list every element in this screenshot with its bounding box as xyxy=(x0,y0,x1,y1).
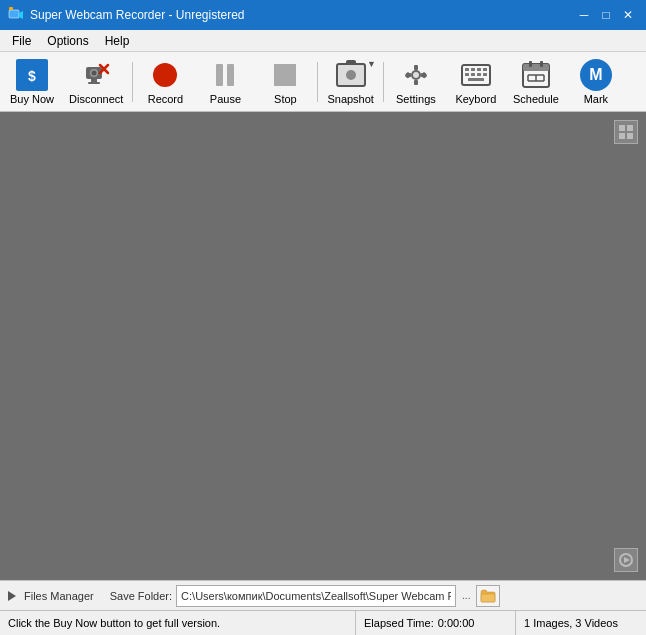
status-stats: 1 Images, 3 Videos xyxy=(524,617,618,629)
record-label: Record xyxy=(148,93,183,105)
snapshot-button[interactable]: Snapshot ▼ xyxy=(320,54,380,110)
schedule-button[interactable]: Schedule xyxy=(506,54,566,110)
toolbar: $ Buy Now Disconnect xyxy=(0,52,646,112)
svg-rect-25 xyxy=(477,68,481,71)
mark-button[interactable]: M Mark xyxy=(566,54,626,110)
pause-label: Pause xyxy=(210,93,241,105)
mark-icon: M xyxy=(580,59,612,91)
open-folder-button[interactable] xyxy=(476,585,500,607)
disconnect-button[interactable]: Disconnect xyxy=(62,54,130,110)
status-elapsed-section: Elapsed Time: 0:00:00 xyxy=(356,611,516,635)
pause-button[interactable]: Pause xyxy=(195,54,255,110)
svg-rect-42 xyxy=(627,125,633,131)
svg-point-13 xyxy=(413,72,419,78)
svg-rect-28 xyxy=(471,73,475,76)
svg-rect-21 xyxy=(405,71,411,77)
mark-label: Mark xyxy=(584,93,608,105)
files-bar: Files Manager Save Folder: ... xyxy=(0,580,646,610)
svg-rect-44 xyxy=(627,133,633,139)
separator-2 xyxy=(317,62,318,102)
title-bar-left: Super Webcam Recorder - Unregistered xyxy=(8,7,245,23)
svg-rect-47 xyxy=(481,594,495,602)
svg-point-7 xyxy=(92,70,97,75)
record-icon xyxy=(149,59,181,91)
schedule-icon xyxy=(520,59,552,91)
disconnect-label: Disconnect xyxy=(69,93,123,105)
elapsed-label: Elapsed Time: xyxy=(364,617,434,629)
close-button[interactable]: ✕ xyxy=(618,6,638,24)
settings-icon xyxy=(400,59,432,91)
separator-3 xyxy=(383,62,384,102)
save-folder-input[interactable] xyxy=(176,585,456,607)
maximize-button[interactable]: □ xyxy=(596,6,616,24)
svg-rect-0 xyxy=(9,10,19,18)
main-bottom-right-icon[interactable] xyxy=(614,548,638,572)
svg-marker-46 xyxy=(624,557,630,563)
menu-options[interactable]: Options xyxy=(39,32,96,50)
keyboard-icon xyxy=(460,59,492,91)
svg-rect-15 xyxy=(414,80,418,85)
snapshot-label: Snapshot xyxy=(327,93,373,105)
disconnect-icon xyxy=(80,59,112,91)
files-play-button[interactable] xyxy=(4,589,20,603)
title-bar: Super Webcam Recorder - Unregistered ─ □… xyxy=(0,0,646,30)
svg-rect-9 xyxy=(88,82,100,84)
minimize-button[interactable]: ─ xyxy=(574,6,594,24)
save-folder-ellipsis[interactable]: ... xyxy=(460,590,472,601)
schedule-label: Schedule xyxy=(513,93,559,105)
menu-file[interactable]: File xyxy=(4,32,39,50)
menu-bar: File Options Help xyxy=(0,30,646,52)
svg-marker-1 xyxy=(19,11,23,19)
settings-button[interactable]: Settings xyxy=(386,54,446,110)
pause-icon xyxy=(209,59,241,91)
svg-rect-2 xyxy=(9,7,13,10)
buy-now-label: Buy Now xyxy=(10,93,54,105)
svg-rect-31 xyxy=(468,78,484,81)
play-triangle-icon xyxy=(8,591,16,601)
record-button[interactable]: Record xyxy=(135,54,195,110)
settings-label: Settings xyxy=(396,93,436,105)
separator-1 xyxy=(132,62,133,102)
status-message-section: Click the Buy Now button to get full ver… xyxy=(0,611,356,635)
stop-icon xyxy=(269,59,301,91)
status-bar: Click the Buy Now button to get full ver… xyxy=(0,610,646,635)
buy-now-icon: $ xyxy=(16,59,48,91)
buy-now-button[interactable]: $ Buy Now xyxy=(2,54,62,110)
keyboard-label: Keybord xyxy=(455,93,496,105)
svg-rect-29 xyxy=(477,73,481,76)
title-bar-controls: ─ □ ✕ xyxy=(574,6,638,24)
status-message: Click the Buy Now button to get full ver… xyxy=(8,617,220,629)
svg-rect-8 xyxy=(91,79,97,82)
svg-rect-33 xyxy=(523,64,549,71)
menu-help[interactable]: Help xyxy=(97,32,138,50)
stop-button[interactable]: Stop xyxy=(255,54,315,110)
svg-rect-41 xyxy=(619,125,625,131)
svg-rect-14 xyxy=(414,65,418,70)
svg-rect-30 xyxy=(483,73,487,76)
elapsed-value: 0:00:00 xyxy=(438,617,475,629)
files-manager-label: Files Manager xyxy=(24,590,94,602)
app-icon xyxy=(8,7,24,23)
svg-rect-43 xyxy=(619,133,625,139)
snapshot-icon xyxy=(335,59,367,91)
main-top-right-icon[interactable] xyxy=(614,120,638,144)
svg-rect-35 xyxy=(540,61,543,67)
svg-rect-23 xyxy=(465,68,469,71)
svg-rect-26 xyxy=(483,68,487,71)
svg-rect-34 xyxy=(529,61,532,67)
window-title: Super Webcam Recorder - Unregistered xyxy=(30,8,245,22)
snapshot-dropdown-arrow: ▼ xyxy=(367,59,376,69)
main-content xyxy=(0,112,646,580)
stop-label: Stop xyxy=(274,93,297,105)
svg-rect-24 xyxy=(471,68,475,71)
status-stats-section: 1 Images, 3 Videos xyxy=(516,611,646,635)
svg-rect-27 xyxy=(465,73,469,76)
svg-text:$: $ xyxy=(28,68,36,84)
keyboard-button[interactable]: Keybord xyxy=(446,54,506,110)
save-folder-label: Save Folder: xyxy=(110,590,172,602)
